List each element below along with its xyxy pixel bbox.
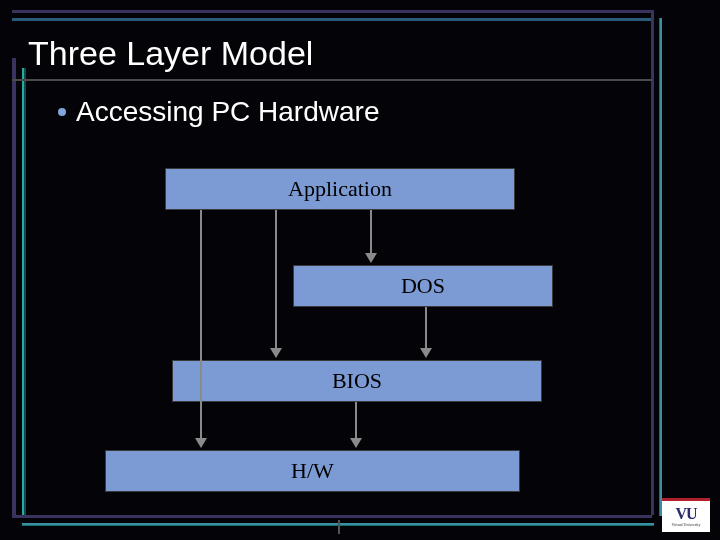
frame-line xyxy=(12,10,652,13)
bullet-item: Accessing PC Hardware xyxy=(58,96,618,128)
body: Accessing PC Hardware xyxy=(58,96,618,150)
box-application: Application xyxy=(165,168,515,210)
frame-line xyxy=(12,515,652,518)
box-dos: DOS xyxy=(293,265,553,307)
frame-line xyxy=(651,10,654,515)
frame-line xyxy=(12,18,652,21)
arrow-application-to-dos xyxy=(370,210,372,261)
page-title: Three Layer Model xyxy=(28,34,313,73)
slide: Three Layer Model Accessing PC Hardware … xyxy=(0,0,720,540)
vu-logo: VU Virtual University xyxy=(662,498,710,532)
logo-subtext: Virtual University xyxy=(672,523,701,527)
title-row: Three Layer Model xyxy=(28,30,638,76)
box-bios: BIOS xyxy=(172,360,542,402)
footer-tick xyxy=(338,520,340,534)
bullet-dot-icon xyxy=(58,108,66,116)
frame-line xyxy=(22,68,26,518)
frame-line xyxy=(659,18,662,516)
logo-text: VU xyxy=(675,506,696,522)
box-hw: H/W xyxy=(105,450,520,492)
layer-diagram: Application DOS BIOS H/W xyxy=(50,160,610,490)
arrow-bios-to-hw xyxy=(355,402,357,446)
title-underline xyxy=(12,79,652,81)
arrow-dos-to-bios xyxy=(425,307,427,356)
arrow-application-to-bios xyxy=(275,210,277,356)
bullet-text: Accessing PC Hardware xyxy=(76,96,379,128)
arrow-application-to-hw xyxy=(200,210,202,446)
frame-line xyxy=(12,58,16,518)
